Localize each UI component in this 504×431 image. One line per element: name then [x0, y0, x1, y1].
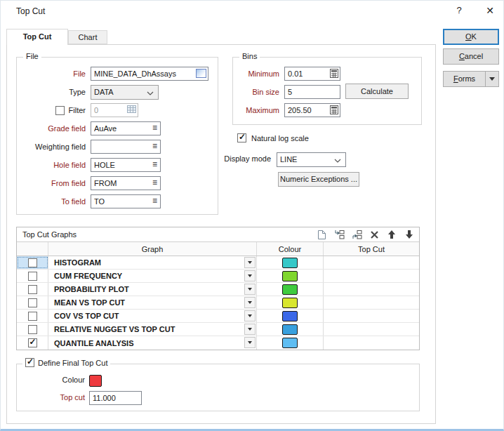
bin-size-input[interactable]	[284, 85, 340, 99]
minimum-row: Minimum	[237, 67, 421, 81]
move-up-button[interactable]	[386, 229, 397, 240]
column-header-top-cut: Top Cut	[324, 242, 419, 256]
field-list-icon[interactable]: ≡	[152, 194, 157, 208]
field-list-icon[interactable]: ≡	[152, 176, 157, 190]
type-dropdown[interactable]: DATA	[91, 85, 159, 100]
calculator-icon[interactable]	[330, 69, 338, 78]
field-list-icon[interactable]: ≡	[152, 158, 157, 171]
colour-swatch[interactable]	[282, 311, 298, 321]
from-row: From field ≡	[22, 176, 218, 190]
graph-dropdown-button[interactable]	[244, 337, 256, 348]
filter-field	[91, 103, 138, 117]
colour-swatch[interactable]	[282, 338, 298, 348]
graph-dropdown-button[interactable]	[244, 310, 256, 321]
type-field-label: Type	[22, 88, 86, 96]
top-cut-cell[interactable]	[324, 323, 419, 336]
graph-dropdown-button[interactable]	[244, 257, 256, 268]
top-cut-cell[interactable]	[324, 310, 419, 322]
delete-row-button[interactable]	[369, 229, 380, 240]
new-row-button[interactable]	[316, 229, 327, 240]
row-checkbox[interactable]	[28, 312, 37, 321]
graph-name: RELATIVE NUGGET VS TOP CUT	[54, 325, 175, 333]
table-row: CUM FREQUENCY	[17, 270, 419, 283]
insert-row-below-button[interactable]	[351, 229, 362, 240]
table-row: PROBABILITY PLOT	[17, 283, 419, 296]
filter-table-icon[interactable]	[127, 105, 136, 113]
graph-dropdown-button[interactable]	[244, 324, 256, 335]
hole-row: Hole field ≡	[22, 158, 218, 172]
file-group-title: File	[23, 52, 41, 60]
field-list-icon[interactable]: ≡	[152, 121, 157, 135]
graph-name: HISTOGRAM	[54, 258, 101, 267]
colour-swatch[interactable]	[282, 271, 298, 281]
colour-swatch[interactable]	[282, 258, 298, 268]
chevron-down-icon	[248, 341, 252, 344]
type-row: Type DATA	[22, 85, 218, 99]
table-header-row: Graph Colour Top Cut	[17, 242, 419, 256]
display-mode-dropdown[interactable]: LINE	[277, 152, 346, 167]
row-checkbox[interactable]	[28, 272, 37, 281]
hole-field-input[interactable]	[91, 158, 161, 172]
final-top-cut-input[interactable]	[89, 391, 142, 405]
graph-name: CUM FREQUENCY	[54, 272, 122, 280]
natural-log-checkbox[interactable]	[237, 133, 246, 142]
table-row: MEAN VS TOP CUT	[17, 296, 419, 310]
filter-checkbox[interactable]	[55, 106, 65, 115]
final-colour-swatch[interactable]	[89, 375, 102, 387]
file-field	[91, 67, 208, 81]
move-down-icon	[405, 230, 413, 239]
from-field-label: From field	[22, 179, 86, 187]
move-up-icon	[387, 230, 396, 239]
top-cut-cell[interactable]	[324, 256, 419, 269]
from-field-input[interactable]	[91, 176, 161, 190]
to-field-input[interactable]	[91, 194, 161, 208]
define-final-top-cut-checkbox[interactable]	[25, 358, 34, 367]
window-title: Top Cut	[16, 6, 45, 16]
field-list-icon[interactable]: ≡	[152, 140, 157, 153]
chevron-down-icon	[489, 77, 495, 81]
tab-top-cut[interactable]: Top Cut	[6, 29, 68, 45]
numeric-exceptions-button[interactable]: Numeric Exceptions ...	[278, 172, 359, 187]
forms-dropdown-arrow[interactable]	[485, 72, 498, 86]
tab-chart[interactable]: Chart	[68, 30, 107, 44]
help-button[interactable]: ?	[449, 2, 470, 19]
natural-log-row: Natural log scale	[237, 133, 309, 142]
top-cut-cell[interactable]	[324, 270, 419, 282]
chevron-down-icon	[248, 314, 252, 317]
cancel-button[interactable]: Cancel	[443, 48, 499, 65]
row-checkbox[interactable]	[28, 285, 37, 294]
grade-field-label: Grade field	[22, 124, 86, 133]
minimum-label: Minimum	[237, 69, 279, 78]
close-button[interactable]: ✕	[479, 2, 500, 19]
table-row: HISTOGRAM	[17, 256, 419, 270]
graph-dropdown-button[interactable]	[244, 284, 256, 295]
weighting-field-input[interactable]	[91, 140, 161, 154]
graph-dropdown-button[interactable]	[244, 297, 256, 308]
graph-dropdown-button[interactable]	[244, 270, 256, 281]
top-cut-cell[interactable]	[324, 296, 419, 309]
grade-field-input[interactable]	[91, 121, 161, 135]
row-checkbox[interactable]	[28, 258, 37, 267]
file-field-input[interactable]	[91, 67, 208, 81]
colour-swatch[interactable]	[282, 284, 298, 295]
insert-row-above-button[interactable]	[333, 229, 345, 240]
forms-button[interactable]: Forms	[443, 71, 499, 87]
top-cut-cell[interactable]	[324, 336, 419, 350]
colour-swatch[interactable]	[282, 298, 298, 308]
row-checkbox[interactable]	[28, 298, 37, 307]
row-checkbox[interactable]	[28, 338, 37, 347]
file-field-label: File	[22, 69, 86, 78]
ok-button[interactable]: OK	[443, 29, 499, 45]
calculator-icon[interactable]	[330, 105, 338, 114]
chevron-down-icon	[334, 159, 341, 163]
table-row: QUANTILE ANALYSIS	[17, 336, 419, 350]
chevron-down-icon	[147, 91, 154, 95]
to-field-label: To field	[22, 197, 86, 206]
row-checkbox[interactable]	[28, 325, 37, 334]
browse-file-icon[interactable]	[196, 69, 206, 78]
insert-row-below-icon	[352, 230, 362, 239]
move-down-button[interactable]	[404, 229, 415, 240]
colour-swatch[interactable]	[282, 324, 298, 335]
top-cut-cell[interactable]	[324, 283, 419, 296]
calculate-button[interactable]: Calculate	[345, 84, 409, 99]
